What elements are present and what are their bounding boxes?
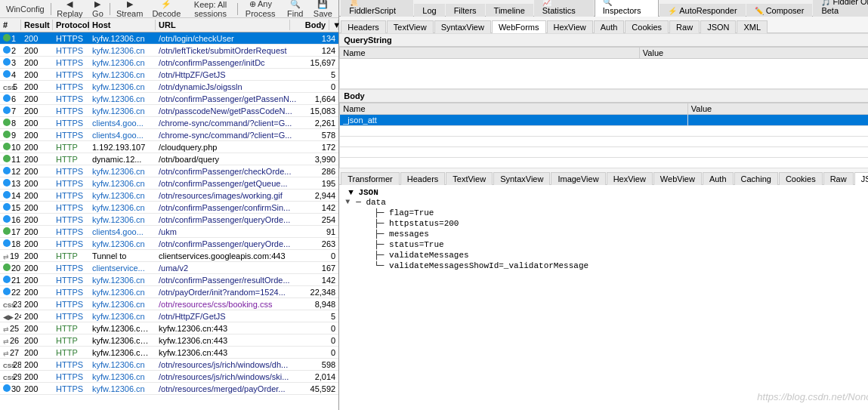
req-tab-webforms[interactable]: WebForms bbox=[492, 20, 546, 33]
req-tab-syntaxview[interactable]: SyntaxView bbox=[434, 20, 491, 33]
table-row[interactable]: 20 200 HTTPS clientservice... /uma/v2 16… bbox=[0, 262, 338, 274]
res-tab-cookies[interactable]: Cookies bbox=[779, 172, 823, 185]
cell-result: 200 bbox=[21, 131, 53, 140]
row-icon bbox=[3, 46, 11, 55]
req-tab-textview[interactable]: TextView bbox=[387, 20, 434, 33]
table-row[interactable]: 7 200 HTTPS kyfw.12306.cn /otn/passcodeN… bbox=[0, 105, 338, 117]
table-row[interactable]: 15 200 HTTPS kyfw.12306.cn /otn/confirmP… bbox=[0, 202, 338, 214]
res-tab-headers[interactable]: Headers bbox=[400, 172, 446, 185]
res-tab-hexview[interactable]: HexView bbox=[607, 172, 653, 185]
table-row[interactable]: 13 200 HTTPS kyfw.12306.cn /otn/confirmP… bbox=[0, 177, 338, 190]
res-tab-webview[interactable]: WebView bbox=[653, 172, 702, 185]
table-row[interactable]: 17 200 HTTPS clients4.goo... /ukm 91 bbox=[0, 226, 338, 238]
table-row[interactable]: ◀▶ 24 200 HTTPS kyfw.12306.cn /otn/HttpZ… bbox=[0, 310, 338, 322]
table-row[interactable]: 30 200 HTTPS kyfw.12306.cn /otn/resource… bbox=[0, 383, 338, 395]
table-row[interactable]: CSS 29 200 HTTPS kyfw.12306.cn /otn/reso… bbox=[0, 371, 338, 383]
cell-body: 578 bbox=[299, 131, 338, 140]
tab-log[interactable]: Log bbox=[414, 4, 444, 17]
cell-num: ⇄ 27 bbox=[0, 348, 21, 357]
table-row[interactable]: 10 200 HTTP 1.192.193.107 /cloudquery.ph… bbox=[0, 141, 338, 153]
cell-host: kyfw.12306.cn bbox=[89, 312, 156, 321]
any-process-button[interactable]: ⊕ Any Process bbox=[240, 0, 280, 19]
row-icon bbox=[3, 203, 11, 212]
data-expand-icon[interactable]: ▼ bbox=[345, 198, 350, 206]
cell-protocol: HTTPS bbox=[53, 276, 89, 285]
cell-result: 200 bbox=[21, 384, 53, 393]
json-status: ├─ status=True bbox=[368, 239, 868, 250]
table-row[interactable]: 21 200 HTTPS kyfw.12306.cn /otn/confirmP… bbox=[0, 274, 338, 286]
find-button[interactable]: 🔍 Find bbox=[283, 0, 307, 19]
table-row[interactable]: ⇄ 26 200 HTTP kyfw.12306.cn:443 kyfw.123… bbox=[0, 334, 338, 347]
res-tab-caching[interactable]: Caching bbox=[734, 172, 778, 185]
httpstatus-value: 200 bbox=[444, 219, 459, 228]
body-row[interactable]: _json_att bbox=[340, 115, 868, 126]
res-tab-transformer[interactable]: Transformer bbox=[341, 172, 400, 185]
res-tab-auth[interactable]: Auth bbox=[703, 172, 734, 185]
winconfig-button[interactable]: WinConfig bbox=[3, 4, 48, 14]
cell-url: /otn/resources/images/working.gif bbox=[156, 191, 299, 200]
table-row[interactable]: CSS 5 200 HTTPS kyfw.12306.cn /otn/dynam… bbox=[0, 81, 338, 93]
table-row[interactable]: 1 200 HTTPS kyfw.12306.cn /otn/login/che… bbox=[0, 32, 338, 45]
row-icon: ⇄ bbox=[3, 324, 9, 333]
res-tab-textview[interactable]: TextView bbox=[446, 172, 493, 185]
req-tab-auth[interactable]: Auth bbox=[594, 20, 625, 33]
cell-protocol: HTTP bbox=[53, 324, 89, 333]
res-tab-raw[interactable]: Raw bbox=[823, 172, 854, 185]
replay-button[interactable]: ◀ Replay bbox=[54, 0, 85, 19]
cell-protocol: HTTPS bbox=[53, 288, 89, 297]
cell-url: /otn/HttpZF/GetJS bbox=[156, 312, 299, 321]
tab-composer[interactable]: ✏️Composer bbox=[746, 4, 813, 17]
req-tab-headers[interactable]: Headers bbox=[341, 20, 386, 33]
table-row[interactable]: 22 200 HTTPS kyfw.12306.cn /otn/payOrder… bbox=[0, 286, 338, 298]
tab-fiddlerscript[interactable]: 📜FiddlerScript bbox=[341, 0, 413, 17]
res-tab-syntaxview[interactable]: SyntaxView bbox=[493, 172, 550, 185]
table-row[interactable]: 2 200 HTTPS kyfw.12306.cn /otn/leftTicke… bbox=[0, 45, 338, 57]
table-row[interactable]: 18 200 HTTPS kyfw.12306.cn /otn/confirmP… bbox=[0, 238, 338, 250]
json-root-expand[interactable]: ▼ bbox=[348, 188, 358, 197]
res-tab-json[interactable]: JSON bbox=[854, 172, 868, 185]
table-row[interactable]: 8 200 HTTPS clients4.goo... /chrome-sync… bbox=[0, 117, 338, 129]
keep-sessions-button[interactable]: Keep: All sessions bbox=[187, 0, 233, 19]
req-tab-raw[interactable]: Raw bbox=[669, 20, 700, 33]
tab-timeline[interactable]: Timeline bbox=[486, 4, 533, 17]
go-button[interactable]: ▶ Go bbox=[89, 0, 107, 19]
tab-orchestra[interactable]: 🎵Fiddler Orchestra Beta bbox=[813, 0, 868, 17]
cell-host: kyfw.12306.cn bbox=[89, 191, 156, 200]
table-row[interactable]: 6 200 HTTPS kyfw.12306.cn /otn/confirmPa… bbox=[0, 93, 338, 105]
cell-num: 17 bbox=[0, 227, 21, 236]
cell-protocol: HTTPS bbox=[53, 239, 89, 248]
stream-button[interactable]: ▶ Stream bbox=[113, 0, 146, 19]
body-cell-name: _json_att bbox=[340, 115, 688, 126]
tab-autoresponder[interactable]: ⚡AutoResponder bbox=[659, 4, 745, 17]
cell-body: 3,990 bbox=[299, 155, 338, 164]
req-tab-json[interactable]: JSON bbox=[700, 20, 736, 33]
table-row[interactable]: ⇄ 25 200 HTTP kyfw.12306.cn:443 kyfw.123… bbox=[0, 322, 338, 334]
req-tab-xml[interactable]: XML bbox=[737, 20, 768, 33]
tab-statistics[interactable]: 📈Statistics bbox=[534, 0, 594, 17]
table-row[interactable]: ⇄ 19 200 HTTP Tunnel to clientservices.g… bbox=[0, 250, 338, 262]
res-tab-imageview[interactable]: ImageView bbox=[551, 172, 605, 185]
cell-body: 8,948 bbox=[299, 300, 338, 309]
table-row[interactable]: 9 200 HTTPS clients4.goo... /chrome-sync… bbox=[0, 129, 338, 141]
req-tab-hexview[interactable]: HexView bbox=[547, 20, 593, 33]
tab-filters[interactable]: Filters bbox=[446, 4, 485, 17]
table-row[interactable]: CSS 23 200 HTTPS kyfw.12306.cn /otn/reso… bbox=[0, 298, 338, 310]
save-button[interactable]: 💾 Save bbox=[310, 0, 336, 19]
cell-num: 30 bbox=[0, 384, 21, 393]
table-row[interactable]: 4 200 HTTPS kyfw.12306.cn /otn/HttpZF/Ge… bbox=[0, 69, 338, 81]
req-tab-cookies[interactable]: Cookies bbox=[625, 20, 669, 33]
cell-protocol: HTTP bbox=[53, 155, 89, 164]
table-row[interactable]: 14 200 HTTPS kyfw.12306.cn /otn/resource… bbox=[0, 190, 338, 202]
table-row[interactable]: 16 200 HTTPS kyfw.12306.cn /otn/confirmP… bbox=[0, 214, 338, 226]
cell-body: 5 bbox=[299, 70, 338, 79]
table-row[interactable]: ⇄ 27 200 HTTP kyfw.12306.cn:443 kyfw.123… bbox=[0, 347, 338, 359]
expand-placeholder: ├─ bbox=[374, 219, 389, 228]
table-row[interactable]: CSS 28 200 HTTPS kyfw.12306.cn /otn/reso… bbox=[0, 359, 338, 371]
tab-inspectors[interactable]: 🔍Inspectors bbox=[595, 0, 659, 17]
separator-1 bbox=[51, 3, 51, 15]
table-row[interactable]: 3 200 HTTPS kyfw.12306.cn /otn/confirmPa… bbox=[0, 57, 338, 69]
table-row[interactable]: 11 200 HTTP dynamic.12... /otn/board/que… bbox=[0, 153, 338, 165]
table-row[interactable]: 12 200 HTTPS kyfw.12306.cn /otn/confirmP… bbox=[0, 165, 338, 177]
decode-button[interactable]: ⚡ Decode bbox=[149, 0, 184, 19]
flag-key: flag= bbox=[389, 208, 414, 217]
